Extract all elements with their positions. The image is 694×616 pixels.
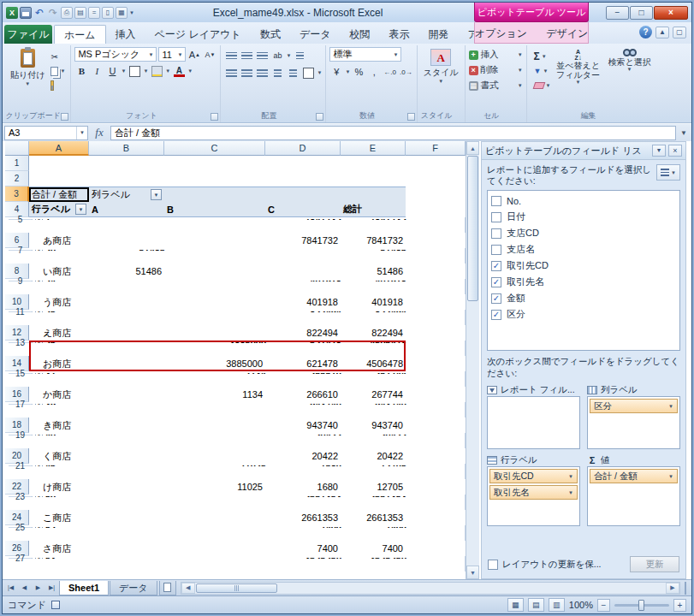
expand-formula-bar-icon[interactable]: ▼ (678, 129, 690, 137)
tab-2[interactable]: ページ レイアウト (145, 25, 251, 44)
cell-D19[interactable]: 20422 (269, 435, 344, 435)
row-header-17[interactable]: 17 (9, 404, 33, 405)
font-color-dropdown-icon[interactable]: ▼ (187, 68, 193, 74)
row-header-15[interactable]: 15 (9, 373, 33, 374)
excel-logo-icon[interactable]: X (6, 7, 18, 19)
field-checkbox[interactable]: ✓ (491, 310, 501, 320)
context-tab-0[interactable]: オプション (466, 24, 537, 43)
cell-F23[interactable] (409, 496, 466, 497)
cell-C26[interactable] (164, 541, 265, 556)
undo-icon[interactable]: ↶ (33, 7, 45, 19)
cell-E19[interactable]: 20422 (344, 435, 409, 435)
italic-button[interactable]: I (90, 64, 104, 78)
cell-C10[interactable] (164, 294, 265, 310)
cell-B3[interactable]: 列ラベル▼ (89, 187, 164, 202)
cell-B13[interactable] (92, 342, 168, 343)
cell-C3[interactable] (164, 187, 265, 202)
ribbon-options-icon[interactable]: ▢ (673, 27, 686, 38)
minimize-button[interactable]: − (606, 6, 629, 20)
cell-D10[interactable]: 401918 (265, 294, 341, 310)
cell-D5[interactable]: 7841732 (269, 219, 344, 220)
horizontal-scroll-thumb[interactable] (196, 583, 277, 593)
font-color-button[interactable]: A (172, 64, 186, 78)
cell-D13[interactable]: 621478 (269, 342, 344, 343)
expand-collapse-button[interactable]: - (35, 404, 43, 405)
cell-C8[interactable] (164, 264, 265, 279)
cell-E18[interactable]: 943740 (341, 418, 406, 433)
cell-F17[interactable] (409, 404, 466, 405)
formula-input[interactable]: 合計 / 金額 (110, 126, 676, 140)
cell-B26[interactable] (89, 541, 164, 556)
font-size-combo[interactable]: 11▼ (158, 47, 186, 62)
cell-A22[interactable]: け商店 (29, 479, 89, 495)
cell-D22[interactable]: 1680 (265, 479, 341, 495)
row-header-1[interactable]: 1 (5, 156, 29, 171)
cell-C24[interactable] (164, 510, 265, 525)
fx-icon[interactable]: fx (90, 126, 109, 139)
print-icon[interactable]: ⎙ (61, 7, 73, 19)
comma-button[interactable]: , (367, 65, 381, 79)
cell-B4[interactable]: A (89, 202, 164, 217)
cell-D26[interactable]: 7400 (265, 541, 341, 556)
cell-B18[interactable] (89, 418, 164, 433)
cell-B9[interactable] (92, 281, 168, 281)
prev-sheet-icon[interactable]: ◀ (18, 582, 31, 595)
cell-A8[interactable]: い商店 (29, 264, 89, 279)
cell-F4[interactable] (406, 202, 466, 217)
cell-C7[interactable] (168, 250, 269, 251)
orientation-dropdown-icon[interactable]: ▼ (286, 53, 291, 58)
file-tab[interactable]: ファイル (4, 25, 52, 44)
expand-collapse-button[interactable]: - (35, 281, 43, 281)
row-header-23[interactable]: 23 (9, 496, 33, 497)
cell-D14[interactable]: 621478 (265, 356, 341, 371)
area-field-button[interactable]: 取引先CD▼ (489, 469, 578, 483)
cell-F1[interactable] (406, 156, 466, 171)
field-item[interactable]: 支店CD (491, 225, 676, 241)
cell-B5[interactable] (92, 219, 168, 220)
cell-C5[interactable] (168, 219, 269, 220)
tab-1[interactable]: 挿入 (106, 25, 145, 44)
cell-F2[interactable] (406, 171, 466, 187)
update-button[interactable]: 更新 (630, 556, 679, 572)
vertical-scroll-thumb[interactable] (467, 156, 478, 301)
horizontal-scrollbar[interactable]: ◀ ▶ (181, 582, 680, 595)
column-labels-box[interactable]: 区分▼ (587, 396, 680, 449)
expand-collapse-button[interactable]: - (35, 342, 43, 343)
cell-D18[interactable]: 943740 (265, 418, 341, 433)
cell-E21[interactable]: 12705 (344, 465, 409, 466)
cell-A26[interactable]: さ商店 (29, 541, 89, 556)
cell-C23[interactable] (168, 496, 269, 497)
cell-B24[interactable] (89, 510, 164, 525)
cell-F13[interactable] (409, 342, 466, 343)
cell-E15[interactable]: 267744 (344, 373, 409, 374)
styles-button[interactable]: A スタイル ▼ (421, 47, 461, 110)
cell-D25[interactable]: 7400 (269, 527, 344, 528)
name-box[interactable]: A3▼ (4, 126, 88, 140)
cell-B16[interactable] (89, 387, 164, 402)
insert-cells-button[interactable]: +挿入▼ (469, 47, 523, 62)
borders-button[interactable] (128, 64, 141, 78)
cell-C1[interactable] (164, 156, 265, 171)
field-item[interactable]: ✓金額 (491, 290, 676, 306)
cell-E6[interactable]: 7841732 (341, 233, 406, 248)
field-checkbox[interactable]: ✓ (491, 277, 501, 287)
row-labels-box[interactable]: 取引先CD▼取引先名▼ (487, 466, 580, 526)
cell-B15[interactable] (92, 373, 168, 374)
field-checkbox[interactable] (491, 212, 501, 222)
cell-F22[interactable] (406, 479, 466, 495)
cell-E12[interactable]: 822494 (341, 325, 406, 341)
cell-E11[interactable]: 822494 (344, 311, 409, 312)
field-checkbox[interactable]: ✓ (491, 293, 501, 304)
increase-font-button[interactable]: A▲ (187, 48, 201, 62)
qat-dropdown-icon[interactable]: ▼ (129, 10, 134, 15)
expand-collapse-button[interactable]: - (35, 250, 43, 251)
cell-A6[interactable]: あ商店 (29, 233, 89, 248)
row-header-5[interactable]: 5 (9, 219, 33, 220)
col-header-A[interactable]: A (29, 141, 89, 156)
tab-0[interactable]: ホーム (54, 25, 106, 44)
vertical-scrollbar[interactable]: ▲ ▼ (466, 141, 479, 579)
filter-dropdown-icon[interactable]: ▼ (151, 189, 162, 200)
cell-B11[interactable] (92, 311, 168, 312)
page-layout-view-icon[interactable]: ▤ (528, 598, 544, 612)
cell-D6[interactable]: 7841732 (265, 233, 341, 248)
